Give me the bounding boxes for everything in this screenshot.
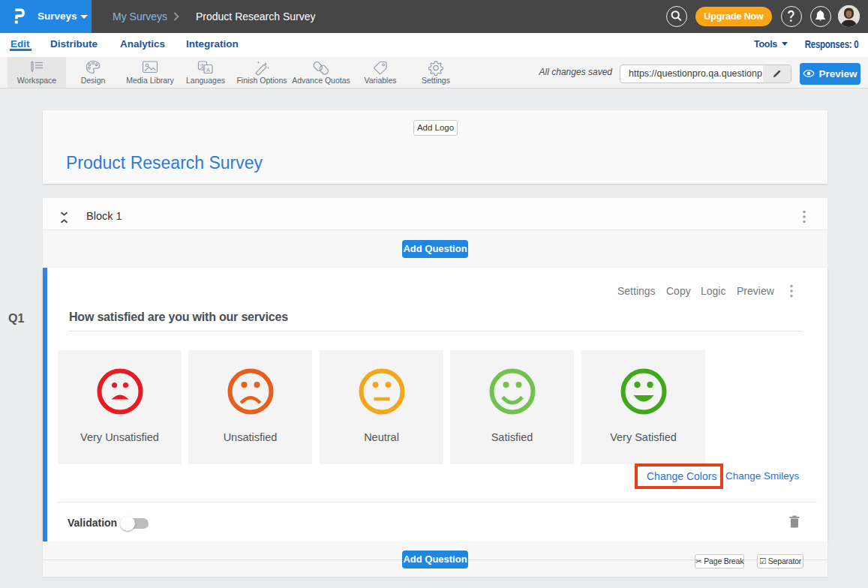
svg-text:文: 文: [200, 63, 206, 70]
svg-text:A: A: [206, 67, 211, 74]
